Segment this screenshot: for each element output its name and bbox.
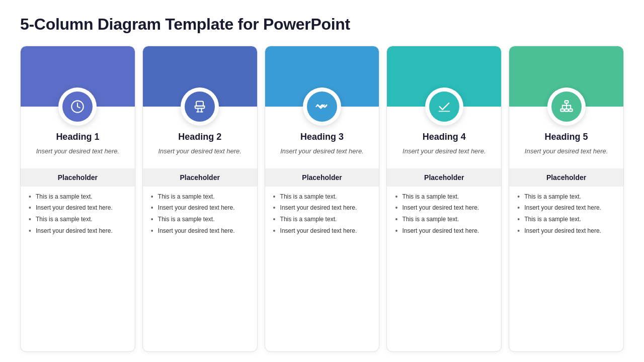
list-item: This is a sample text. — [29, 215, 127, 224]
columns-container: Heading 1Insert your desired text here.P… — [20, 46, 624, 352]
column-card-5: Heading 5Insert your desired text here.P… — [509, 46, 624, 352]
icon-handshake-icon — [307, 92, 337, 122]
card-list-5: This is a sample text.Insert your desire… — [509, 187, 623, 352]
list-item: Insert your desired text here. — [517, 204, 615, 212]
card-list-2: This is a sample text.Insert your desire… — [143, 187, 257, 352]
placeholder-label-1: Placeholder — [29, 173, 127, 182]
card-heading-1: Heading 1 — [56, 132, 99, 142]
icon-circle-outer-3 — [303, 87, 341, 126]
placeholder-label-4: Placeholder — [395, 173, 493, 182]
list-item: This is a sample text. — [517, 215, 615, 224]
card-description-4: Insert your desired text here. — [403, 146, 486, 156]
icon-circle-outer-1 — [58, 87, 97, 126]
list-item: This is a sample text. — [151, 215, 249, 224]
placeholder-section-1: Placeholder — [21, 168, 135, 187]
list-item: Insert your desired text here. — [273, 204, 371, 212]
icon-check-icon — [429, 92, 459, 122]
page-title: 5-Column Diagram Template for PowerPoint — [20, 15, 624, 34]
placeholder-section-2: Placeholder — [143, 168, 257, 187]
list-item: Insert your desired text here. — [395, 227, 493, 235]
card-top-1 — [21, 46, 135, 107]
card-list-1: This is a sample text.Insert your desire… — [21, 187, 135, 352]
column-card-1: Heading 1Insert your desired text here.P… — [20, 46, 135, 352]
card-heading-2: Heading 2 — [178, 132, 221, 142]
column-card-4: Heading 4Insert your desired text here.P… — [386, 46, 502, 352]
list-item: This is a sample text. — [151, 193, 249, 201]
placeholder-label-2: Placeholder — [151, 173, 249, 182]
list-item: Insert your desired text here. — [29, 227, 127, 235]
icon-circle-outer-4 — [425, 87, 463, 126]
svg-rect-1 — [196, 102, 203, 106]
card-heading-4: Heading 4 — [423, 132, 466, 142]
placeholder-section-4: Placeholder — [387, 168, 501, 187]
list-item: Insert your desired text here. — [273, 227, 371, 235]
column-card-2: Heading 2Insert your desired text here.P… — [142, 46, 258, 352]
card-heading-3: Heading 3 — [300, 132, 344, 142]
icon-circle-outer-5 — [547, 87, 586, 126]
list-item: Insert your desired text here. — [151, 227, 249, 235]
card-description-5: Insert your desired text here. — [525, 146, 608, 156]
card-top-2 — [143, 46, 257, 107]
card-list-4: This is a sample text.Insert your desire… — [387, 187, 501, 352]
icon-clock-icon — [62, 92, 93, 122]
card-top-5 — [509, 46, 623, 107]
placeholder-section-5: Placeholder — [509, 168, 623, 187]
placeholder-label-5: Placeholder — [517, 173, 615, 182]
page: 5-Column Diagram Template for PowerPoint… — [0, 0, 644, 362]
placeholder-section-3: Placeholder — [265, 168, 379, 187]
column-card-3: Heading 3Insert your desired text here.P… — [265, 46, 380, 352]
icon-chair-icon — [185, 92, 215, 122]
icon-hierarchy-icon — [551, 92, 582, 122]
placeholder-label-3: Placeholder — [273, 173, 371, 182]
list-item: This is a sample text. — [395, 215, 493, 224]
list-item: This is a sample text. — [273, 193, 371, 201]
list-item: This is a sample text. — [29, 193, 127, 201]
card-top-4 — [387, 46, 501, 107]
list-item: This is a sample text. — [395, 193, 493, 201]
card-list-3: This is a sample text.Insert your desire… — [265, 187, 379, 352]
card-top-3 — [265, 46, 379, 107]
card-description-2: Insert your desired text here. — [158, 146, 241, 156]
card-heading-5: Heading 5 — [545, 132, 588, 142]
list-item: Insert your desired text here. — [395, 204, 493, 212]
list-item: Insert your desired text here. — [29, 204, 127, 212]
list-item: This is a sample text. — [517, 193, 615, 201]
list-item: Insert your desired text here. — [151, 204, 249, 212]
card-description-3: Insert your desired text here. — [280, 146, 363, 156]
list-item: Insert your desired text here. — [517, 227, 615, 235]
card-description-1: Insert your desired text here. — [36, 146, 119, 156]
list-item: This is a sample text. — [273, 215, 371, 224]
icon-circle-outer-2 — [181, 87, 219, 126]
